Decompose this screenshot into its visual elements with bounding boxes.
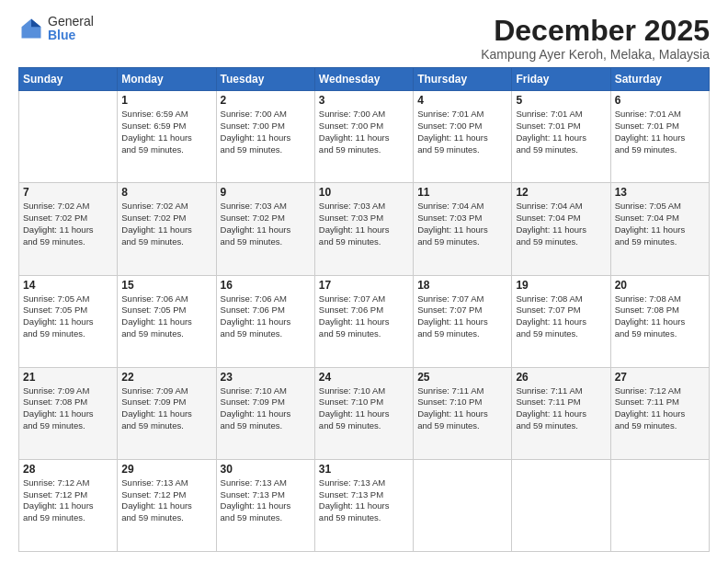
logo-icon bbox=[18, 16, 44, 41]
day-info: Sunrise: 7:12 AM Sunset: 7:11 PM Dayligh… bbox=[615, 385, 705, 432]
calendar-cell: 22Sunrise: 7:09 AM Sunset: 7:09 PM Dayli… bbox=[118, 367, 216, 459]
calendar-cell: 6Sunrise: 7:01 AM Sunset: 7:01 PM Daylig… bbox=[610, 91, 709, 183]
calendar-week-row: 1Sunrise: 6:59 AM Sunset: 6:59 PM Daylig… bbox=[19, 91, 710, 183]
day-number: 22 bbox=[121, 371, 211, 384]
day-info: Sunrise: 7:05 AM Sunset: 7:04 PM Dayligh… bbox=[615, 201, 705, 247]
day-info: Sunrise: 7:11 AM Sunset: 7:11 PM Dayligh… bbox=[516, 385, 606, 432]
day-number: 12 bbox=[516, 186, 606, 199]
day-number: 8 bbox=[121, 186, 211, 199]
calendar-cell: 2Sunrise: 7:00 AM Sunset: 7:00 PM Daylig… bbox=[216, 91, 314, 183]
calendar-cell: 21Sunrise: 7:09 AM Sunset: 7:08 PM Dayli… bbox=[19, 367, 118, 459]
day-info: Sunrise: 7:01 AM Sunset: 7:01 PM Dayligh… bbox=[615, 109, 705, 155]
calendar-cell: 16Sunrise: 7:06 AM Sunset: 7:06 PM Dayli… bbox=[216, 275, 314, 367]
page: General Blue December 2025 Kampung Ayer … bbox=[0, 0, 728, 563]
day-number: 3 bbox=[319, 94, 409, 107]
day-number: 21 bbox=[23, 371, 113, 384]
calendar-table: SundayMondayTuesdayWednesdayThursdayFrid… bbox=[18, 67, 710, 552]
day-info: Sunrise: 7:07 AM Sunset: 7:07 PM Dayligh… bbox=[417, 293, 507, 340]
calendar-cell: 7Sunrise: 7:02 AM Sunset: 7:02 PM Daylig… bbox=[19, 183, 118, 275]
calendar-cell: 12Sunrise: 7:04 AM Sunset: 7:04 PM Dayli… bbox=[512, 183, 610, 275]
logo: General Blue bbox=[18, 15, 94, 43]
calendar-cell: 27Sunrise: 7:12 AM Sunset: 7:11 PM Dayli… bbox=[610, 367, 709, 459]
weekday-header-tuesday: Tuesday bbox=[216, 68, 314, 91]
day-number: 23 bbox=[221, 371, 311, 384]
calendar-cell: 13Sunrise: 7:05 AM Sunset: 7:04 PM Dayli… bbox=[610, 183, 709, 275]
day-number: 28 bbox=[23, 463, 113, 476]
day-number: 29 bbox=[121, 463, 211, 476]
day-number: 31 bbox=[319, 463, 409, 476]
day-number: 10 bbox=[319, 186, 409, 199]
day-info: Sunrise: 7:01 AM Sunset: 7:01 PM Dayligh… bbox=[516, 109, 606, 155]
logo-general-text: General bbox=[48, 15, 94, 29]
calendar-cell: 11Sunrise: 7:04 AM Sunset: 7:03 PM Dayli… bbox=[414, 183, 512, 275]
weekday-header-thursday: Thursday bbox=[414, 68, 512, 91]
calendar-week-row: 7Sunrise: 7:02 AM Sunset: 7:02 PM Daylig… bbox=[19, 183, 710, 275]
calendar-cell bbox=[19, 91, 118, 183]
day-info: Sunrise: 7:00 AM Sunset: 7:00 PM Dayligh… bbox=[319, 109, 409, 155]
calendar-cell: 20Sunrise: 7:08 AM Sunset: 7:08 PM Dayli… bbox=[610, 275, 709, 367]
day-number: 20 bbox=[615, 279, 705, 292]
day-number: 30 bbox=[221, 463, 311, 476]
logo-blue-text: Blue bbox=[48, 29, 94, 42]
day-info: Sunrise: 7:03 AM Sunset: 7:02 PM Dayligh… bbox=[221, 201, 311, 247]
day-info: Sunrise: 7:09 AM Sunset: 7:08 PM Dayligh… bbox=[23, 385, 113, 432]
calendar-cell: 26Sunrise: 7:11 AM Sunset: 7:11 PM Dayli… bbox=[512, 367, 610, 459]
day-number: 13 bbox=[615, 186, 705, 199]
day-number: 18 bbox=[417, 279, 507, 292]
calendar-cell: 24Sunrise: 7:10 AM Sunset: 7:10 PM Dayli… bbox=[314, 367, 413, 459]
day-info: Sunrise: 7:06 AM Sunset: 7:06 PM Dayligh… bbox=[221, 293, 311, 340]
day-number: 14 bbox=[23, 279, 113, 292]
day-info: Sunrise: 7:10 AM Sunset: 7:10 PM Dayligh… bbox=[319, 385, 409, 432]
day-number: 19 bbox=[516, 279, 606, 292]
calendar-cell: 8Sunrise: 7:02 AM Sunset: 7:02 PM Daylig… bbox=[118, 183, 216, 275]
calendar-cell: 4Sunrise: 7:01 AM Sunset: 7:00 PM Daylig… bbox=[414, 91, 512, 183]
logo-text: General Blue bbox=[48, 15, 94, 43]
calendar-week-row: 14Sunrise: 7:05 AM Sunset: 7:05 PM Dayli… bbox=[19, 275, 710, 367]
day-info: Sunrise: 7:13 AM Sunset: 7:13 PM Dayligh… bbox=[319, 477, 409, 524]
calendar-cell: 25Sunrise: 7:11 AM Sunset: 7:10 PM Dayli… bbox=[414, 367, 512, 459]
title-section: December 2025 Kampung Ayer Keroh, Melaka… bbox=[481, 15, 710, 62]
weekday-header-saturday: Saturday bbox=[610, 68, 709, 91]
day-info: Sunrise: 7:07 AM Sunset: 7:06 PM Dayligh… bbox=[319, 293, 409, 340]
day-info: Sunrise: 7:04 AM Sunset: 7:03 PM Dayligh… bbox=[417, 201, 507, 247]
calendar-cell: 5Sunrise: 7:01 AM Sunset: 7:01 PM Daylig… bbox=[512, 91, 610, 183]
day-number: 5 bbox=[516, 94, 606, 107]
day-info: Sunrise: 7:13 AM Sunset: 7:13 PM Dayligh… bbox=[221, 477, 311, 524]
day-number: 2 bbox=[221, 94, 311, 107]
calendar-cell bbox=[414, 459, 512, 551]
calendar-cell: 9Sunrise: 7:03 AM Sunset: 7:02 PM Daylig… bbox=[216, 183, 314, 275]
calendar-cell: 30Sunrise: 7:13 AM Sunset: 7:13 PM Dayli… bbox=[216, 459, 314, 551]
calendar-cell: 29Sunrise: 7:13 AM Sunset: 7:12 PM Dayli… bbox=[118, 459, 216, 551]
day-info: Sunrise: 7:01 AM Sunset: 7:00 PM Dayligh… bbox=[417, 109, 507, 155]
day-info: Sunrise: 6:59 AM Sunset: 6:59 PM Dayligh… bbox=[121, 109, 211, 155]
day-info: Sunrise: 7:04 AM Sunset: 7:04 PM Dayligh… bbox=[516, 201, 606, 247]
day-number: 9 bbox=[221, 186, 311, 199]
day-number: 1 bbox=[121, 94, 211, 107]
day-number: 25 bbox=[417, 371, 507, 384]
calendar-cell: 14Sunrise: 7:05 AM Sunset: 7:05 PM Dayli… bbox=[19, 275, 118, 367]
calendar-cell: 23Sunrise: 7:10 AM Sunset: 7:09 PM Dayli… bbox=[216, 367, 314, 459]
day-info: Sunrise: 7:12 AM Sunset: 7:12 PM Dayligh… bbox=[23, 477, 113, 524]
day-info: Sunrise: 7:02 AM Sunset: 7:02 PM Dayligh… bbox=[23, 201, 113, 247]
weekday-header-wednesday: Wednesday bbox=[314, 68, 413, 91]
day-info: Sunrise: 7:08 AM Sunset: 7:07 PM Dayligh… bbox=[516, 293, 606, 340]
calendar-cell: 15Sunrise: 7:06 AM Sunset: 7:05 PM Dayli… bbox=[118, 275, 216, 367]
day-number: 7 bbox=[23, 186, 113, 199]
svg-marker-1 bbox=[31, 19, 41, 28]
calendar-week-row: 21Sunrise: 7:09 AM Sunset: 7:08 PM Dayli… bbox=[19, 367, 710, 459]
day-number: 24 bbox=[319, 371, 409, 384]
day-number: 4 bbox=[417, 94, 507, 107]
calendar-header-row: SundayMondayTuesdayWednesdayThursdayFrid… bbox=[19, 68, 710, 91]
calendar-cell: 17Sunrise: 7:07 AM Sunset: 7:06 PM Dayli… bbox=[314, 275, 413, 367]
calendar-cell bbox=[610, 459, 709, 551]
day-number: 11 bbox=[417, 186, 507, 199]
day-number: 27 bbox=[615, 371, 705, 384]
day-number: 16 bbox=[221, 279, 311, 292]
day-info: Sunrise: 7:13 AM Sunset: 7:12 PM Dayligh… bbox=[121, 477, 211, 524]
calendar-week-row: 28Sunrise: 7:12 AM Sunset: 7:12 PM Dayli… bbox=[19, 459, 710, 551]
day-number: 6 bbox=[615, 94, 705, 107]
day-number: 17 bbox=[319, 279, 409, 292]
day-info: Sunrise: 7:00 AM Sunset: 7:00 PM Dayligh… bbox=[221, 109, 311, 155]
day-info: Sunrise: 7:02 AM Sunset: 7:02 PM Dayligh… bbox=[121, 201, 211, 247]
header: General Blue December 2025 Kampung Ayer … bbox=[18, 15, 710, 62]
